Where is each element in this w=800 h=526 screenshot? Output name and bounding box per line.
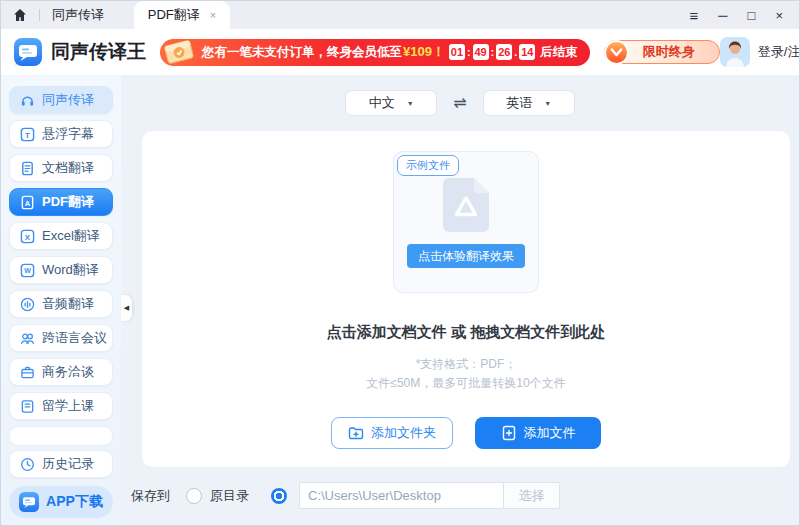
language-bar: 中文 ▼ ⇌ 英语 ▼ xyxy=(121,90,799,116)
sidebar-item-crosslang-meeting[interactable]: 跨语言会议 xyxy=(9,324,113,352)
add-buttons-row: 添加文件夹 添加文件 xyxy=(331,417,601,449)
banner-price: ¥109！ xyxy=(403,43,445,61)
radio-original-directory-label: 原目录 xyxy=(210,487,249,505)
sidebar-item-label: 商务洽谈 xyxy=(42,363,94,381)
window-controls: ≡ ─ □ × xyxy=(690,8,799,23)
target-language-select[interactable]: 英语 ▼ xyxy=(483,90,575,116)
sidebar-item-word-translate[interactable]: W Word翻译 xyxy=(9,256,113,284)
add-folder-button[interactable]: 添加文件夹 xyxy=(331,417,453,449)
countdown-seconds: 26 xyxy=(496,44,512,60)
sidebar-item-label: Excel翻译 xyxy=(42,227,100,245)
promo-banner[interactable]: 您有一笔未支付订单，终身会员低至 ¥109！ 01 : 49 : 26 . 14… xyxy=(160,39,590,66)
chevron-down-icon: ▼ xyxy=(544,100,551,107)
countdown-separator: . xyxy=(514,46,517,58)
add-files-label: 添加文件 xyxy=(524,424,576,442)
folder-plus-icon xyxy=(348,425,364,441)
meeting-icon xyxy=(20,331,35,346)
avatar[interactable] xyxy=(720,37,750,67)
excel-icon: X xyxy=(20,229,35,244)
sidebar-collapse-handle[interactable]: ◀ xyxy=(121,295,132,321)
sidebar-item-excel-translate[interactable]: X Excel翻译 xyxy=(9,222,113,250)
lifetime-promo-label: 限时终身 xyxy=(643,43,695,61)
radio-original-directory[interactable] xyxy=(186,488,202,504)
pdf-file-icon xyxy=(443,178,489,232)
hint-format: *支持格式：PDF； xyxy=(366,355,565,374)
sidebar-item-study-abroad[interactable]: 留学上课 xyxy=(9,392,113,420)
app-window: 同声传译 PDF翻译 × ≡ ─ □ × 同声传译王 xyxy=(0,0,800,526)
sidebar-item-simultaneous-interpret[interactable]: 同声传译 xyxy=(9,86,113,114)
hint-size: 文件≤50M，最多可批量转换10个文件 xyxy=(366,374,565,393)
pdf-icon: A xyxy=(20,195,35,210)
word-icon: W xyxy=(20,263,35,278)
sidebar-item-label: 同声传译 xyxy=(42,91,94,109)
tab-separator xyxy=(39,9,40,21)
add-folder-label: 添加文件夹 xyxy=(371,424,436,442)
collapse-icon: ◀ xyxy=(124,304,129,312)
headset-icon xyxy=(20,93,35,108)
sidebar-item-label: 跨语言会议 xyxy=(42,329,107,347)
sidebar-item-label: 历史记录 xyxy=(42,455,94,473)
source-language-value: 中文 xyxy=(369,94,395,112)
tab-pdf-label: PDF翻译 xyxy=(148,6,200,24)
main-content: 中文 ▼ ⇌ 英语 ▼ 示例文件 点击体验翻译效果 xyxy=(121,75,799,525)
banner-suffix: 后结束 xyxy=(540,44,578,61)
home-icon xyxy=(13,8,27,22)
audio-icon xyxy=(20,297,35,312)
banner-text: 您有一笔未支付订单，终身会员低至 xyxy=(202,44,402,61)
sidebar-item-label: 悬浮字幕 xyxy=(42,125,94,143)
menu-icon[interactable]: ≡ xyxy=(690,8,699,23)
try-translation-button[interactable]: 点击体验翻译效果 xyxy=(407,244,525,268)
sidebar-item-partial xyxy=(9,426,113,446)
app-body: 同声传译 T 悬浮字幕 文档翻译 A PDF翻译 xyxy=(1,75,799,525)
sidebar-item-history[interactable]: 历史记录 xyxy=(9,450,113,478)
lifetime-promo-button[interactable]: 限时终身 xyxy=(604,40,720,64)
user-area: 登录/注册 xyxy=(720,37,800,67)
home-button[interactable] xyxy=(13,8,27,22)
close-icon[interactable]: × xyxy=(775,9,783,22)
svg-text:T: T xyxy=(25,130,30,139)
save-to-label: 保存到 xyxy=(131,487,170,505)
sidebar-item-audio-translate[interactable]: 音频翻译 xyxy=(9,290,113,318)
radio-custom-directory[interactable] xyxy=(271,488,287,504)
book-icon xyxy=(20,399,35,414)
gift-icon xyxy=(160,35,198,69)
document-icon xyxy=(20,161,35,176)
tab-close-icon[interactable]: × xyxy=(210,9,216,21)
login-register-link[interactable]: 登录/注册 xyxy=(758,43,800,61)
svg-text:A: A xyxy=(25,198,31,207)
tab-pdf-translate[interactable]: PDF翻译 × xyxy=(134,1,230,29)
countdown-separator: : xyxy=(491,46,495,58)
dropzone-headline: 点击添加文档文件 或 拖拽文档文件到此处 xyxy=(327,323,605,342)
countdown-centiseconds: 14 xyxy=(519,44,535,60)
sidebar-item-document-translate[interactable]: 文档翻译 xyxy=(9,154,113,182)
maximize-icon[interactable]: □ xyxy=(748,9,756,22)
countdown-minutes: 49 xyxy=(473,44,489,60)
sidebar-item-label: 音频翻译 xyxy=(42,295,94,313)
vip-badge-icon xyxy=(603,39,630,66)
swap-languages-icon[interactable]: ⇌ xyxy=(453,95,466,111)
svg-text:X: X xyxy=(25,232,31,241)
save-path-input[interactable] xyxy=(299,482,504,509)
app-logo-mini-icon xyxy=(19,492,39,512)
app-title: 同声传译王 xyxy=(51,39,146,65)
choose-path-button[interactable]: 选择 xyxy=(504,482,560,509)
sidebar-item-pdf-translate[interactable]: A PDF翻译 xyxy=(9,188,113,216)
app-logo-icon xyxy=(13,37,43,67)
add-files-button[interactable]: 添加文件 xyxy=(475,417,601,449)
source-language-select[interactable]: 中文 ▼ xyxy=(345,90,437,116)
sidebar-item-label: PDF翻译 xyxy=(42,193,94,211)
tab-home[interactable]: 同声传译 xyxy=(52,6,104,24)
sidebar-item-business-talk[interactable]: 商务洽谈 xyxy=(9,358,113,386)
subtitle-icon: T xyxy=(20,127,35,142)
countdown-separator: : xyxy=(467,46,471,58)
clock-icon xyxy=(20,457,35,472)
sample-file-card[interactable]: 示例文件 点击体验翻译效果 xyxy=(393,151,539,293)
minimize-icon[interactable]: ─ xyxy=(718,9,727,22)
app-download-button[interactable]: APP下载 xyxy=(9,486,113,518)
save-bar: 保存到 原目录 选择 xyxy=(131,482,560,509)
sample-file-tag: 示例文件 xyxy=(397,155,459,176)
app-header: 同声传译王 您有一笔未支付订单，终身会员低至 ¥109！ 01 : 49 : 2… xyxy=(1,29,799,75)
file-drop-zone[interactable]: 示例文件 点击体验翻译效果 点击添加文档文件 或 拖拽文档文件到此处 *支持格式… xyxy=(141,130,791,468)
chevron-down-icon: ▼ xyxy=(407,100,414,107)
sidebar-item-floating-subtitle[interactable]: T 悬浮字幕 xyxy=(9,120,113,148)
